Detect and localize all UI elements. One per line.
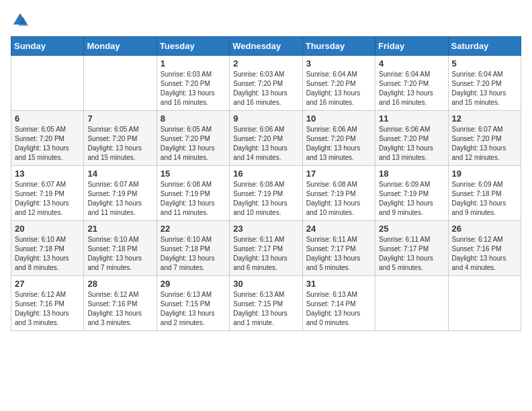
calendar-cell: 24Sunrise: 6:11 AM Sunset: 7:17 PM Dayli… [302,221,375,276]
day-number: 8 [161,113,226,124]
day-info: Sunrise: 6:12 AM Sunset: 7:16 PM Dayligh… [87,290,152,328]
day-info: Sunrise: 6:08 AM Sunset: 7:19 PM Dayligh… [306,180,371,218]
calendar-cell: 30Sunrise: 6:13 AM Sunset: 7:15 PM Dayli… [230,276,302,331]
day-number: 15 [161,169,226,179]
calendar-cell: 10Sunrise: 6:06 AM Sunset: 7:20 PM Dayli… [302,111,375,166]
logo [11,11,32,30]
day-info: Sunrise: 6:11 AM Sunset: 7:17 PM Dayligh… [233,235,298,273]
day-number: 4 [379,58,444,68]
calendar-cell [375,276,448,331]
calendar-week-row: 20Sunrise: 6:10 AM Sunset: 7:18 PM Dayli… [11,221,521,276]
calendar-cell: 9Sunrise: 6:06 AM Sunset: 7:20 PM Daylig… [230,111,302,166]
day-info: Sunrise: 6:04 AM Sunset: 7:20 PM Dayligh… [452,70,517,107]
day-of-week-header: Friday [375,37,448,56]
day-number: 3 [306,58,371,68]
page-header [11,11,521,30]
day-info: Sunrise: 6:07 AM Sunset: 7:19 PM Dayligh… [15,180,80,218]
day-info: Sunrise: 6:06 AM Sunset: 7:20 PM Dayligh… [306,125,371,163]
calendar-cell: 8Sunrise: 6:05 AM Sunset: 7:20 PM Daylig… [157,111,229,166]
day-number: 30 [233,279,298,289]
day-info: Sunrise: 6:03 AM Sunset: 7:20 PM Dayligh… [233,70,298,107]
day-number: 21 [87,224,152,234]
day-info: Sunrise: 6:09 AM Sunset: 7:18 PM Dayligh… [452,180,517,218]
day-info: Sunrise: 6:12 AM Sunset: 7:16 PM Dayligh… [15,290,80,328]
calendar-cell: 4Sunrise: 6:04 AM Sunset: 7:20 PM Daylig… [375,56,448,111]
day-of-week-header: Tuesday [157,37,229,56]
day-info: Sunrise: 6:04 AM Sunset: 7:20 PM Dayligh… [379,70,444,107]
day-info: Sunrise: 6:07 AM Sunset: 7:20 PM Dayligh… [452,125,517,163]
day-info: Sunrise: 6:10 AM Sunset: 7:18 PM Dayligh… [161,235,226,273]
calendar-week-row: 6Sunrise: 6:05 AM Sunset: 7:20 PM Daylig… [11,111,521,166]
day-info: Sunrise: 6:10 AM Sunset: 7:18 PM Dayligh… [87,235,152,273]
day-number: 10 [306,113,371,124]
day-number: 11 [379,113,444,124]
calendar-week-row: 13Sunrise: 6:07 AM Sunset: 7:19 PM Dayli… [11,166,521,221]
calendar-cell [448,276,521,331]
day-info: Sunrise: 6:13 AM Sunset: 7:15 PM Dayligh… [233,290,298,328]
day-number: 22 [161,224,226,234]
calendar-cell [11,56,84,111]
day-info: Sunrise: 6:13 AM Sunset: 7:15 PM Dayligh… [161,290,226,328]
day-number: 16 [233,169,298,179]
day-info: Sunrise: 6:05 AM Sunset: 7:20 PM Dayligh… [15,125,80,163]
calendar-cell: 3Sunrise: 6:04 AM Sunset: 7:20 PM Daylig… [302,56,375,111]
calendar-cell: 26Sunrise: 6:12 AM Sunset: 7:16 PM Dayli… [448,221,521,276]
calendar-cell: 23Sunrise: 6:11 AM Sunset: 7:17 PM Dayli… [230,221,302,276]
calendar-cell: 31Sunrise: 6:13 AM Sunset: 7:14 PM Dayli… [302,276,375,331]
calendar-table: SundayMondayTuesdayWednesdayThursdayFrid… [11,36,521,331]
day-number: 5 [452,58,517,68]
day-number: 13 [15,169,80,179]
calendar-header-row: SundayMondayTuesdayWednesdayThursdayFrid… [11,37,521,56]
calendar-cell [84,56,157,111]
day-number: 17 [306,169,371,179]
calendar-cell: 1Sunrise: 6:03 AM Sunset: 7:20 PM Daylig… [157,56,229,111]
day-info: Sunrise: 6:08 AM Sunset: 7:19 PM Dayligh… [161,180,226,218]
day-number: 25 [379,224,444,234]
calendar-cell: 21Sunrise: 6:10 AM Sunset: 7:18 PM Dayli… [84,221,157,276]
day-info: Sunrise: 6:05 AM Sunset: 7:20 PM Dayligh… [87,125,152,163]
calendar-cell: 11Sunrise: 6:06 AM Sunset: 7:20 PM Dayli… [375,111,448,166]
day-number: 9 [233,113,298,124]
day-info: Sunrise: 6:06 AM Sunset: 7:20 PM Dayligh… [379,125,444,163]
day-number: 19 [452,169,517,179]
day-number: 2 [233,58,298,68]
day-number: 6 [15,113,80,124]
day-info: Sunrise: 6:08 AM Sunset: 7:19 PM Dayligh… [233,180,298,218]
day-number: 7 [87,113,152,124]
calendar-cell: 17Sunrise: 6:08 AM Sunset: 7:19 PM Dayli… [302,166,375,221]
day-of-week-header: Sunday [11,37,84,56]
calendar-cell: 12Sunrise: 6:07 AM Sunset: 7:20 PM Dayli… [448,111,521,166]
calendar-cell: 15Sunrise: 6:08 AM Sunset: 7:19 PM Dayli… [157,166,229,221]
day-info: Sunrise: 6:05 AM Sunset: 7:20 PM Dayligh… [161,125,226,163]
day-number: 29 [161,279,226,289]
day-of-week-header: Wednesday [230,37,302,56]
calendar-cell: 22Sunrise: 6:10 AM Sunset: 7:18 PM Dayli… [157,221,229,276]
day-info: Sunrise: 6:10 AM Sunset: 7:18 PM Dayligh… [15,235,80,273]
calendar-cell: 13Sunrise: 6:07 AM Sunset: 7:19 PM Dayli… [11,166,84,221]
calendar-cell: 29Sunrise: 6:13 AM Sunset: 7:15 PM Dayli… [157,276,229,331]
calendar-cell: 6Sunrise: 6:05 AM Sunset: 7:20 PM Daylig… [11,111,84,166]
day-info: Sunrise: 6:06 AM Sunset: 7:20 PM Dayligh… [233,125,298,163]
day-number: 26 [452,224,517,234]
day-number: 27 [15,279,80,289]
calendar-cell: 28Sunrise: 6:12 AM Sunset: 7:16 PM Dayli… [84,276,157,331]
day-number: 31 [306,279,371,289]
day-of-week-header: Thursday [302,37,375,56]
day-number: 1 [161,58,226,68]
calendar-week-row: 27Sunrise: 6:12 AM Sunset: 7:16 PM Dayli… [11,276,521,331]
day-number: 20 [15,224,80,234]
calendar-cell: 27Sunrise: 6:12 AM Sunset: 7:16 PM Dayli… [11,276,84,331]
day-info: Sunrise: 6:11 AM Sunset: 7:17 PM Dayligh… [379,235,444,273]
logo-icon [11,11,30,30]
day-number: 23 [233,224,298,234]
calendar-cell: 5Sunrise: 6:04 AM Sunset: 7:20 PM Daylig… [448,56,521,111]
day-info: Sunrise: 6:03 AM Sunset: 7:20 PM Dayligh… [161,70,226,107]
day-info: Sunrise: 6:04 AM Sunset: 7:20 PM Dayligh… [306,70,371,107]
day-number: 28 [87,279,152,289]
calendar-cell: 2Sunrise: 6:03 AM Sunset: 7:20 PM Daylig… [230,56,302,111]
day-of-week-header: Saturday [448,37,521,56]
calendar-cell: 16Sunrise: 6:08 AM Sunset: 7:19 PM Dayli… [230,166,302,221]
calendar-cell: 7Sunrise: 6:05 AM Sunset: 7:20 PM Daylig… [84,111,157,166]
day-number: 24 [306,224,371,234]
day-info: Sunrise: 6:13 AM Sunset: 7:14 PM Dayligh… [306,290,371,328]
